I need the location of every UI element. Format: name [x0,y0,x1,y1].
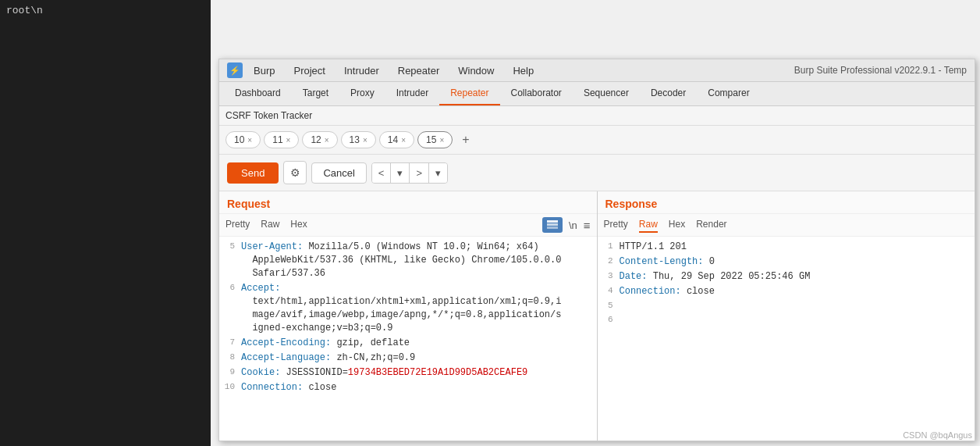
response-line-6: 6 [598,313,975,327]
nav-fwd-dropdown-button[interactable]: ▾ [429,163,447,183]
repeater-tab-10[interactable]: 10 × [225,131,261,148]
request-line-10: 10 Connection: close [219,380,597,395]
title-bar-left: ⚡ Burp Project Intruder Repeater Window … [227,62,537,78]
request-tab-hex[interactable]: Hex [290,217,307,233]
tab-repeater[interactable]: Repeater [439,82,499,105]
request-panel: Request Pretty Raw Hex \n ≡ 5 User-Agent… [219,191,598,441]
tab-collaborator[interactable]: Collaborator [500,82,573,105]
close-tab-11-icon[interactable]: × [286,136,291,145]
response-tabs: Pretty Raw Hex Render [598,214,975,237]
response-code-area[interactable]: 1 HTTP/1.1 201 2 Content-Length: 0 3 Dat… [598,237,975,441]
tab-comparer[interactable]: Comparer [697,82,760,105]
nav-tabs: Dashboard Target Proxy Intruder Repeater… [219,82,975,106]
svg-rect-1 [547,223,558,226]
response-line-3: 3 Date: Thu, 29 Sep 2022 05:25:46 GM [598,269,975,284]
burp-window: ⚡ Burp Project Intruder Repeater Window … [218,59,975,441]
nav-fwd-button[interactable]: > [410,163,429,183]
response-line-4: 4 Connection: close [598,284,975,299]
request-menu-icon[interactable]: ≡ [584,219,591,232]
repeater-tab-13[interactable]: 13 × [341,131,376,148]
menu-burp[interactable]: Burp [250,63,278,78]
svg-rect-0 [547,220,558,223]
tab-intruder[interactable]: Intruder [385,82,439,105]
title-bar: ⚡ Burp Project Intruder Repeater Window … [219,59,975,82]
window-title: Burp Suite Professional v2022.9.1 - Temp [794,65,967,76]
request-line-6: 6 Accept: text/html,application/xhtml+xm… [219,281,597,336]
request-line-9: 9 Cookie: JSESSIONID=19734B3EBED72E19A1D… [219,366,597,380]
request-line-8: 8 Accept-Language: zh-CN,zh;q=0.9 [219,351,597,366]
request-line-5: 5 User-Agent: Mozilla/5.0 (Windows NT 10… [219,240,597,281]
response-tab-raw[interactable]: Raw [639,217,658,233]
close-tab-10-icon[interactable]: × [247,136,252,145]
request-tab-raw[interactable]: Raw [261,217,279,233]
nav-back-button[interactable]: < [372,163,392,183]
response-tab-hex[interactable]: Hex [669,217,685,233]
request-tab-tools: \n ≡ [542,217,591,233]
send-button[interactable]: Send [227,162,279,184]
menu-bar: Burp Project Intruder Repeater Window He… [250,63,537,78]
tab-sequencer[interactable]: Sequencer [573,82,640,105]
response-tab-pretty[interactable]: Pretty [604,217,628,233]
request-line-7: 7 Accept-Encoding: gzip, deflate [219,336,597,351]
close-tab-15-icon[interactable]: × [439,136,444,145]
close-tab-12-icon[interactable]: × [325,136,329,145]
tab-target[interactable]: Target [292,82,339,105]
burp-logo-icon: ⚡ [227,62,243,78]
tab-proxy[interactable]: Proxy [339,82,385,105]
response-line-1: 1 HTTP/1.1 201 [598,240,975,255]
repeater-tab-14[interactable]: 14 × [379,131,414,148]
secondary-nav[interactable]: CSRF Token Tracker [219,106,975,126]
main-content: Request Pretty Raw Hex \n ≡ 5 User-Agent… [219,191,975,441]
request-tabs: Pretty Raw Hex \n ≡ [219,214,597,237]
request-title: Request [219,191,597,214]
toolbar: Send ⚙ Cancel < ▾ > ▾ [219,155,975,191]
nav-buttons: < ▾ > ▾ [371,162,448,184]
request-table-icon[interactable] [542,217,563,233]
request-code-area[interactable]: 5 User-Agent: Mozilla/5.0 (Windows NT 10… [219,237,597,441]
terminal: root\n [0,0,211,446]
tab-dashboard[interactable]: Dashboard [224,82,292,105]
menu-repeater[interactable]: Repeater [395,63,442,78]
cancel-button[interactable]: Cancel [311,162,366,184]
add-tab-button[interactable]: + [456,130,475,149]
menu-help[interactable]: Help [510,63,537,78]
response-title: Response [598,191,975,214]
menu-project[interactable]: Project [290,63,328,78]
repeater-tab-12[interactable]: 12 × [302,131,337,148]
nav-back-dropdown-button[interactable]: ▾ [391,163,410,183]
repeater-tabs: 10 × 11 × 12 × 13 × 14 × 15 × + [219,126,975,155]
close-tab-13-icon[interactable]: × [363,136,368,145]
menu-window[interactable]: Window [455,63,497,78]
watermark: CSDN @bqAngus [903,430,972,440]
response-panel: Response Pretty Raw Hex Render 1 HTTP/1.… [598,191,975,441]
response-line-2: 2 Content-Length: 0 [598,255,975,269]
request-newline-icon[interactable]: \n [569,219,577,231]
terminal-text: root\n [6,5,43,16]
close-tab-14-icon[interactable]: × [401,136,406,145]
svg-rect-2 [547,227,558,229]
repeater-tab-11[interactable]: 11 × [264,131,299,148]
menu-intruder[interactable]: Intruder [341,63,382,78]
response-line-5: 5 [598,299,975,313]
gear-settings-button[interactable]: ⚙ [283,161,307,184]
tab-decoder[interactable]: Decoder [640,82,697,105]
request-tab-pretty[interactable]: Pretty [225,217,250,233]
response-tab-render[interactable]: Render [696,217,726,233]
repeater-tab-15[interactable]: 15 × [417,131,453,148]
